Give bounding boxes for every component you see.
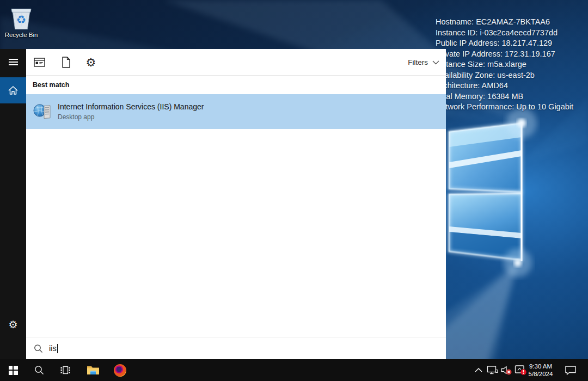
system-info-line: Architecture: AMD64 <box>436 81 573 91</box>
taskbar: ! 9:30 AM 5/8/2024 <box>0 359 588 381</box>
settings-gear-icon: ⚙ <box>8 319 17 330</box>
text-caret <box>57 344 58 353</box>
recycle-bin-label: Recycle Bin <box>4 32 38 38</box>
start-search-flyout: ⚙ ⚙ <box>0 49 446 359</box>
rail-item-home[interactable] <box>0 77 26 103</box>
firefox-icon <box>114 364 126 377</box>
section-header: Best match <box>33 76 69 94</box>
action-center-icon <box>565 365 577 376</box>
recycle-bin[interactable]: ♻ Recycle Bin <box>4 4 38 38</box>
filters-label: Filters <box>408 58 428 66</box>
volume-muted-icon <box>500 365 512 376</box>
search-icon <box>34 365 44 375</box>
start-rail: ⚙ <box>0 49 26 359</box>
search-filter-bar: ⚙ Filters <box>26 49 446 76</box>
result-text: Internet Information Services (IIS) Mana… <box>58 102 204 121</box>
system-info-line: Private IP Address: 172.31.19.167 <box>436 49 573 60</box>
start-icon <box>9 366 18 375</box>
home-icon <box>8 85 19 96</box>
svg-text:!: ! <box>522 370 524 375</box>
result-subtitle: Desktop app <box>58 113 204 121</box>
tray-clock[interactable]: 9:30 AM 5/8/2024 <box>525 359 556 381</box>
file-explorer-button[interactable] <box>82 359 104 381</box>
clock-time: 9:30 AM <box>529 362 552 370</box>
task-view-button[interactable] <box>54 359 76 381</box>
search-input[interactable]: iis <box>26 337 446 359</box>
action-center-button[interactable] <box>560 359 581 381</box>
chevron-down-icon <box>432 60 439 65</box>
documents-icon <box>62 57 71 68</box>
filter-documents-button[interactable] <box>57 49 75 76</box>
taskbar-search-button[interactable] <box>28 359 50 381</box>
system-info-overlay: Hostname: EC2AMAZ-7BKTAA6 Instance ID: i… <box>436 17 573 113</box>
search-results-panel: ⚙ Filters Best match <box>26 49 446 359</box>
system-info-line: Hostname: EC2AMAZ-7BKTAA6 <box>436 17 573 28</box>
system-info-line: Total Memory: 16384 MB <box>436 91 573 102</box>
svg-text:♻: ♻ <box>16 13 26 26</box>
recycle-bin-icon: ♻ <box>9 4 33 30</box>
settings-gear-icon: ⚙ <box>86 57 96 68</box>
system-info-line: Instance Size: m5a.xlarge <box>436 59 573 70</box>
filter-settings-button[interactable]: ⚙ <box>82 49 100 76</box>
apps-icon <box>34 58 45 67</box>
search-icon <box>34 344 43 353</box>
iis-manager-icon <box>33 102 52 121</box>
filters-dropdown[interactable]: Filters <box>408 49 439 76</box>
rail-item-settings[interactable]: ⚙ <box>0 311 26 337</box>
clock-date: 5/8/2024 <box>529 370 553 378</box>
chevron-up-icon <box>475 368 482 372</box>
system-info-line: Instance ID: i-03c2ca4eecd7737dd <box>436 28 573 39</box>
hamburger-button[interactable] <box>0 49 26 75</box>
filter-apps-button[interactable] <box>30 49 48 76</box>
search-query-text: iis <box>49 344 57 353</box>
firefox-button[interactable] <box>109 359 131 381</box>
task-view-icon <box>59 365 71 376</box>
result-title: Internet Information Services (IIS) Mana… <box>58 102 204 111</box>
file-explorer-icon <box>87 365 100 376</box>
network-icon <box>487 365 499 375</box>
system-info-line: Availability Zone: us-east-2b <box>436 70 573 81</box>
best-match-result[interactable]: Internet Information Services (IIS) Mana… <box>26 94 446 129</box>
system-info-line: Public IP Address: 18.217.47.129 <box>436 38 573 49</box>
hamburger-icon <box>9 57 18 67</box>
start-button[interactable] <box>2 359 24 381</box>
system-info-line: Network Performance: Up to 10 Gigabit <box>436 102 573 113</box>
